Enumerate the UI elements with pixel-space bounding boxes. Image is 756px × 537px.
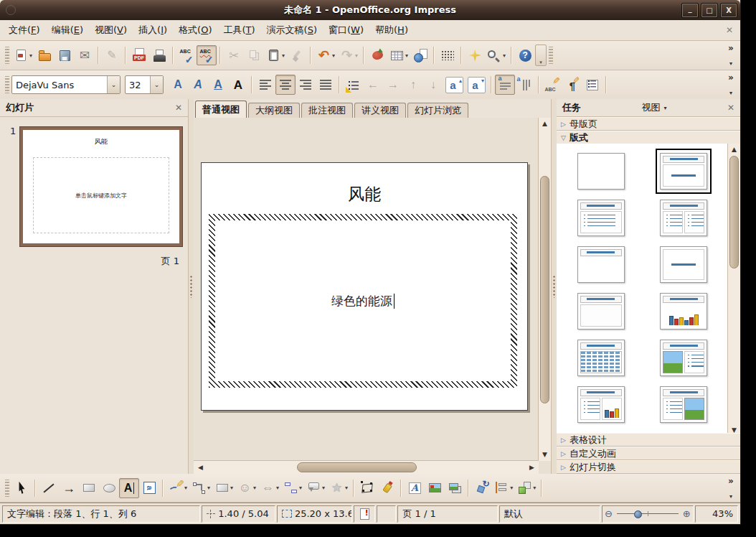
flowchart-button[interactable]: ▾: [281, 478, 304, 498]
open-document-button[interactable]: [34, 45, 55, 65]
rectangle-button[interactable]: [79, 478, 99, 498]
toolbar-grip[interactable]: [5, 480, 9, 497]
copy-button[interactable]: [244, 45, 264, 65]
slide-title-text[interactable]: 风能: [202, 183, 527, 205]
underline-button[interactable]: [208, 75, 228, 95]
chevron-down-icon[interactable]: ⌄: [150, 76, 163, 93]
tab-handout[interactable]: 讲义视图: [354, 103, 406, 118]
vertical-scroll-thumb[interactable]: [540, 176, 549, 403]
zoom-thumb[interactable]: [634, 510, 642, 518]
help-button[interactable]: [515, 45, 535, 65]
chevron-down-icon[interactable]: ⌄: [107, 76, 120, 93]
bold-button[interactable]: [168, 75, 188, 95]
select-button[interactable]: [11, 478, 32, 498]
layout-title-content[interactable]: [660, 153, 707, 190]
toolbar-grip[interactable]: [5, 76, 9, 93]
horizontal-scroll-thumb[interactable]: [297, 462, 417, 472]
layouts-scroll-thumb[interactable]: [729, 156, 739, 268]
format-paintbrush-button[interactable]: [287, 45, 307, 65]
layout-title-chart[interactable]: [660, 293, 707, 330]
layout-title-text-clipart[interactable]: [660, 386, 707, 423]
zoom-track[interactable]: [617, 510, 679, 518]
zoom-slider[interactable]: ⊖ ⊕: [602, 505, 694, 523]
send-email-button[interactable]: [75, 45, 95, 65]
toolbar-overflow-button[interactable]: »▾: [724, 477, 737, 500]
align-objects-button[interactable]: ▾: [492, 478, 515, 498]
section-custom-animation[interactable]: ▷ 自定义动画: [557, 447, 740, 460]
auto-spellcheck-button[interactable]: [197, 45, 217, 65]
text-button[interactable]: [119, 478, 139, 498]
print-button[interactable]: [149, 45, 169, 65]
text-ltr-button[interactable]: [495, 75, 515, 95]
menu-slideshow[interactable]: 演示文稿(S): [261, 22, 323, 39]
bullets-numbering-button[interactable]: [582, 75, 603, 95]
justify-button[interactable]: [316, 75, 336, 95]
insert-chart-button[interactable]: [367, 45, 387, 65]
decrease-font-button[interactable]: [466, 75, 488, 95]
rotate-button[interactable]: [472, 478, 492, 498]
layout-title-bullets[interactable]: [577, 200, 625, 236]
paste-button[interactable]: ▾: [264, 45, 287, 65]
new-presentation-button[interactable]: ▾: [11, 45, 34, 65]
minimize-button[interactable]: [681, 3, 699, 18]
move-down-button[interactable]: [423, 75, 443, 95]
connector-button[interactable]: ▾: [189, 478, 212, 498]
layout-title-only[interactable]: [577, 246, 625, 283]
tab-slide-sorter[interactable]: 幻灯片浏览: [407, 103, 468, 118]
tab-outline[interactable]: 大纲视图: [248, 103, 300, 118]
align-right-button[interactable]: [296, 75, 316, 95]
zoom-tool-button[interactable]: ▾: [485, 45, 508, 65]
horizontal-scrollbar[interactable]: ◀ ▶: [194, 460, 539, 474]
scroll-up-icon[interactable]: ▲: [542, 121, 547, 127]
toolbar-grip[interactable]: [5, 47, 9, 64]
zoom-in-icon[interactable]: ⊕: [683, 508, 691, 519]
scroll-right-icon[interactable]: ▶: [529, 464, 534, 471]
close-icon[interactable]: ✕: [727, 103, 734, 113]
insert-table-button[interactable]: ▾: [387, 45, 410, 65]
stars-button[interactable]: ▾: [327, 478, 350, 498]
menu-window[interactable]: 窗口(W): [323, 22, 369, 39]
section-master-pages[interactable]: ▷ 母版页: [557, 117, 740, 131]
close-button[interactable]: [720, 3, 737, 18]
zoom-out-icon[interactable]: ⊖: [605, 508, 613, 519]
layout-title-table[interactable]: [577, 340, 625, 376]
layout-centered-text[interactable]: [660, 246, 707, 283]
italic-button[interactable]: [188, 75, 208, 95]
menu-file[interactable]: 文件(F): [3, 22, 46, 39]
document-area[interactable]: 风能 绿色的能源 ▲ ▼: [194, 118, 551, 474]
fontwork-button[interactable]: [405, 478, 425, 498]
document-close-icon[interactable]: ✕: [726, 25, 737, 35]
cut-button[interactable]: [224, 45, 244, 65]
title-bar[interactable]: 未命名 1 - OpenOffice.org Impress: [0, 0, 740, 20]
scroll-down-icon[interactable]: ▼: [542, 452, 547, 458]
arrow-button[interactable]: [59, 478, 79, 498]
slide-thumbnail[interactable]: 风能 单击鼠标键添加文字: [20, 127, 182, 246]
menu-edit[interactable]: 编辑(E): [46, 22, 89, 39]
save-document-button[interactable]: [55, 45, 75, 65]
text-edit-frame[interactable]: 绿色的能源: [209, 214, 517, 388]
menu-help[interactable]: 帮助(H): [369, 22, 414, 39]
curve-button[interactable]: ▾: [166, 478, 189, 498]
font-size-combo[interactable]: 32⌄: [125, 75, 164, 94]
text-ttb-button[interactable]: [515, 75, 535, 95]
status-template[interactable]: 默认: [499, 505, 600, 523]
callouts-button[interactable]: ▾: [304, 478, 327, 498]
text-edit-inner[interactable]: 绿色的能源: [215, 220, 511, 381]
hyperlink-button[interactable]: [410, 45, 430, 65]
bullets-toggle-button[interactable]: [343, 75, 363, 95]
slide-body-text[interactable]: 绿色的能源: [331, 293, 394, 309]
vertical-scrollbar[interactable]: ▲ ▼: [538, 118, 551, 461]
from-file-button[interactable]: [425, 478, 445, 498]
glue-points-button[interactable]: [377, 478, 397, 498]
status-position[interactable]: 1.40 / 5.04: [202, 505, 275, 523]
section-slide-transition[interactable]: ▷ 幻灯片切换: [557, 460, 740, 474]
toolbar-options-dropdown[interactable]: [535, 45, 547, 66]
line-button[interactable]: [39, 478, 59, 498]
export-pdf-button[interactable]: [129, 45, 149, 65]
redo-button[interactable]: ▾: [337, 45, 360, 65]
increase-font-button[interactable]: [443, 75, 466, 95]
tab-notes[interactable]: 批注视图: [301, 103, 353, 118]
vertical-text-button[interactable]: [139, 478, 159, 498]
tab-normal[interactable]: 普通视图: [195, 101, 247, 118]
arrange-button[interactable]: ▾: [515, 478, 538, 498]
